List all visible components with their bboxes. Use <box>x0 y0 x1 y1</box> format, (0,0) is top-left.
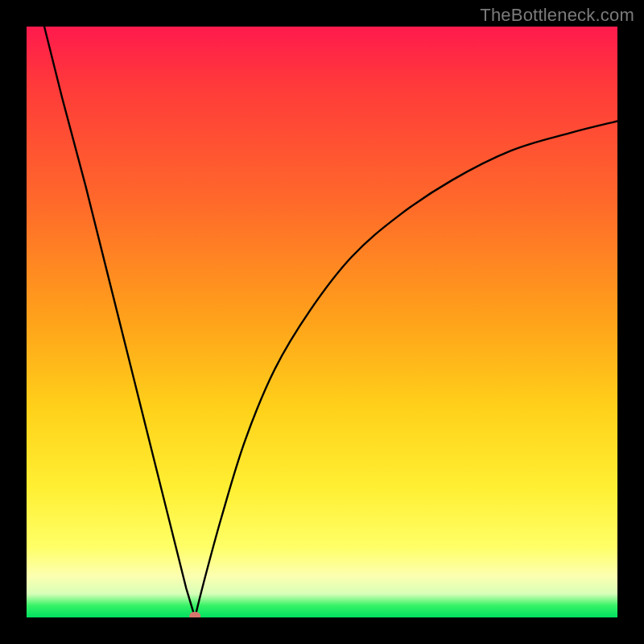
watermark-text: TheBottleneck.com <box>480 5 634 26</box>
chart-frame: TheBottleneck.com <box>0 0 644 644</box>
bottleneck-curve <box>44 27 617 617</box>
plot-area <box>27 27 617 617</box>
curve-svg <box>27 27 617 617</box>
minimum-marker <box>189 612 200 617</box>
